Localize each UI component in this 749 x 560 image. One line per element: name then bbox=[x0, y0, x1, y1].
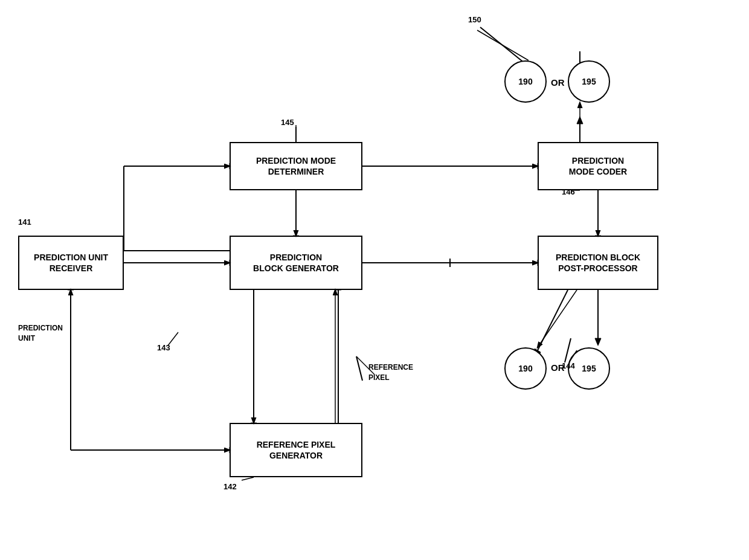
svg-line-53 bbox=[242, 477, 254, 480]
circle-195-top: 195 bbox=[568, 60, 610, 103]
label-150: 150 bbox=[468, 15, 481, 24]
label-143: 143 bbox=[157, 343, 170, 352]
label-or-bottom: OR bbox=[551, 362, 565, 373]
prediction-mode-determiner: PREDICTION MODEDETERMINER bbox=[230, 142, 362, 190]
circle-190-top: 190 bbox=[504, 60, 547, 103]
prediction-block-generator: PREDICTIONBLOCK GENERATOR bbox=[230, 236, 362, 290]
label-prediction-unit: PREDICTIONUNIT bbox=[18, 323, 63, 344]
label-142: 142 bbox=[223, 482, 237, 491]
label-146: 146 bbox=[562, 187, 575, 196]
svg-line-46 bbox=[538, 290, 577, 347]
label-reference-pixel: REFERENCEPIXEL bbox=[368, 362, 413, 383]
svg-line-31 bbox=[356, 356, 362, 381]
reference-pixel-generator: REFERENCE PIXELGENERATOR bbox=[230, 423, 362, 477]
svg-marker-20 bbox=[577, 117, 583, 124]
prediction-unit-receiver: PREDICTION UNIT RECEIVER bbox=[18, 236, 124, 290]
prediction-mode-coder: PREDICTIONMODE CODER bbox=[538, 142, 658, 190]
svg-line-35 bbox=[477, 30, 529, 60]
label-141: 141 bbox=[18, 217, 31, 227]
svg-marker-18 bbox=[595, 338, 601, 346]
label-145: 145 bbox=[281, 118, 294, 127]
circle-190-bottom: 190 bbox=[504, 347, 547, 390]
label-or-top: OR bbox=[551, 77, 565, 88]
prediction-block-post-processor: PREDICTION BLOCKPOST-PROCESSOR bbox=[538, 236, 658, 290]
svg-line-32 bbox=[538, 290, 568, 350]
diagram: PREDICTION UNIT RECEIVER PREDICTION MODE… bbox=[0, 0, 749, 560]
